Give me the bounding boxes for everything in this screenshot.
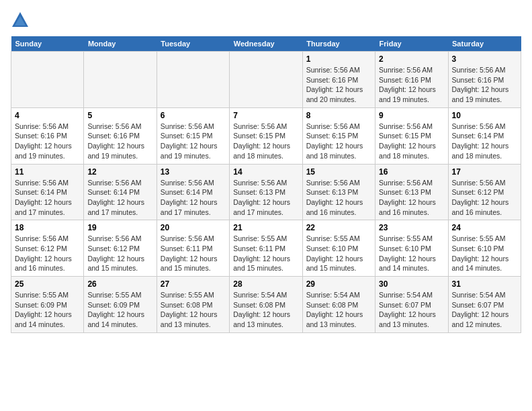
day-number: 3	[452, 54, 517, 64]
day-number: 18	[15, 223, 80, 232]
calendar-week: 25Sunrise: 5:55 AM Sunset: 6:09 PM Dayli…	[11, 277, 521, 333]
calendar-cell: 10Sunrise: 5:56 AM Sunset: 6:14 PM Dayli…	[448, 107, 521, 164]
weekday-header-cell: Wednesday	[230, 36, 302, 52]
day-info: Sunrise: 5:56 AM Sunset: 6:14 PM Dayligh…	[161, 178, 226, 218]
day-info: Sunrise: 5:56 AM Sunset: 6:13 PM Dayligh…	[379, 178, 444, 218]
day-number: 24	[452, 223, 517, 232]
day-number: 4	[15, 111, 80, 120]
day-number: 28	[233, 279, 298, 289]
day-number: 7	[233, 111, 298, 120]
day-number: 6	[161, 111, 226, 120]
day-info: Sunrise: 5:56 AM Sunset: 6:15 PM Dayligh…	[233, 122, 298, 161]
day-info: Sunrise: 5:55 AM Sunset: 6:10 PM Dayligh…	[379, 234, 444, 273]
calendar-cell: 8Sunrise: 5:56 AM Sunset: 6:15 PM Daylig…	[302, 107, 375, 164]
day-info: Sunrise: 5:56 AM Sunset: 6:16 PM Dayligh…	[87, 122, 152, 161]
day-number: 1	[306, 54, 371, 64]
day-number: 15	[306, 167, 371, 177]
day-number: 5	[87, 111, 152, 120]
weekday-header-cell: Monday	[84, 36, 157, 52]
day-info: Sunrise: 5:55 AM Sunset: 6:10 PM Dayligh…	[306, 234, 371, 273]
calendar-week: 11Sunrise: 5:56 AM Sunset: 6:14 PM Dayli…	[11, 164, 521, 220]
logo	[11, 11, 32, 30]
calendar-cell	[230, 52, 302, 108]
calendar-cell: 14Sunrise: 5:56 AM Sunset: 6:13 PM Dayli…	[230, 164, 302, 220]
calendar-cell: 25Sunrise: 5:55 AM Sunset: 6:09 PM Dayli…	[11, 277, 84, 333]
day-info: Sunrise: 5:56 AM Sunset: 6:15 PM Dayligh…	[379, 122, 444, 161]
day-info: Sunrise: 5:56 AM Sunset: 6:16 PM Dayligh…	[452, 65, 517, 105]
day-info: Sunrise: 5:56 AM Sunset: 6:15 PM Dayligh…	[306, 122, 371, 161]
day-number: 29	[306, 279, 371, 289]
calendar-cell: 12Sunrise: 5:56 AM Sunset: 6:14 PM Dayli…	[84, 164, 157, 220]
calendar-cell: 15Sunrise: 5:56 AM Sunset: 6:13 PM Dayli…	[302, 164, 375, 220]
day-number: 8	[306, 111, 371, 120]
day-info: Sunrise: 5:56 AM Sunset: 6:11 PM Dayligh…	[161, 234, 226, 273]
day-info: Sunrise: 5:55 AM Sunset: 6:11 PM Dayligh…	[233, 234, 298, 273]
day-number: 14	[233, 167, 298, 177]
calendar-cell: 21Sunrise: 5:55 AM Sunset: 6:11 PM Dayli…	[230, 220, 302, 277]
day-number: 10	[452, 111, 517, 120]
day-info: Sunrise: 5:56 AM Sunset: 6:16 PM Dayligh…	[306, 65, 371, 105]
weekday-header-cell: Friday	[375, 36, 448, 52]
calendar-cell	[11, 52, 84, 108]
day-info: Sunrise: 5:56 AM Sunset: 6:16 PM Dayligh…	[15, 122, 80, 161]
calendar-cell: 5Sunrise: 5:56 AM Sunset: 6:16 PM Daylig…	[84, 107, 157, 164]
calendar-cell: 30Sunrise: 5:54 AM Sunset: 6:07 PM Dayli…	[375, 277, 448, 333]
day-number: 22	[306, 223, 371, 232]
day-info: Sunrise: 5:56 AM Sunset: 6:14 PM Dayligh…	[452, 122, 517, 161]
calendar-table: SundayMondayTuesdayWednesdayThursdayFrid…	[11, 36, 521, 333]
calendar-body: 1Sunrise: 5:56 AM Sunset: 6:16 PM Daylig…	[11, 52, 521, 333]
day-info: Sunrise: 5:56 AM Sunset: 6:14 PM Dayligh…	[15, 178, 80, 218]
calendar-cell: 29Sunrise: 5:54 AM Sunset: 6:08 PM Dayli…	[302, 277, 375, 333]
day-info: Sunrise: 5:55 AM Sunset: 6:08 PM Dayligh…	[161, 290, 226, 330]
day-number: 13	[161, 167, 226, 177]
day-info: Sunrise: 5:56 AM Sunset: 6:14 PM Dayligh…	[87, 178, 152, 218]
calendar-cell: 19Sunrise: 5:56 AM Sunset: 6:12 PM Dayli…	[84, 220, 157, 277]
day-info: Sunrise: 5:56 AM Sunset: 6:12 PM Dayligh…	[452, 178, 517, 218]
day-number: 20	[161, 223, 226, 232]
calendar-cell: 22Sunrise: 5:55 AM Sunset: 6:10 PM Dayli…	[302, 220, 375, 277]
day-number: 21	[233, 223, 298, 232]
calendar-cell: 3Sunrise: 5:56 AM Sunset: 6:16 PM Daylig…	[448, 52, 521, 108]
page-header	[11, 11, 521, 30]
calendar-cell: 1Sunrise: 5:56 AM Sunset: 6:16 PM Daylig…	[302, 52, 375, 108]
day-info: Sunrise: 5:54 AM Sunset: 6:07 PM Dayligh…	[379, 290, 444, 330]
day-info: Sunrise: 5:54 AM Sunset: 6:08 PM Dayligh…	[306, 290, 371, 330]
day-info: Sunrise: 5:56 AM Sunset: 6:16 PM Dayligh…	[379, 65, 444, 105]
day-info: Sunrise: 5:55 AM Sunset: 6:09 PM Dayligh…	[15, 290, 80, 330]
calendar-cell: 31Sunrise: 5:54 AM Sunset: 6:07 PM Dayli…	[448, 277, 521, 333]
day-number: 2	[379, 54, 444, 64]
day-number: 16	[379, 167, 444, 177]
day-info: Sunrise: 5:54 AM Sunset: 6:07 PM Dayligh…	[452, 290, 517, 330]
day-info: Sunrise: 5:56 AM Sunset: 6:13 PM Dayligh…	[306, 178, 371, 218]
calendar-cell: 26Sunrise: 5:55 AM Sunset: 6:09 PM Dayli…	[84, 277, 157, 333]
day-info: Sunrise: 5:55 AM Sunset: 6:10 PM Dayligh…	[452, 234, 517, 273]
day-number: 12	[87, 167, 152, 177]
weekday-header-cell: Thursday	[302, 36, 375, 52]
weekday-header-cell: Tuesday	[157, 36, 229, 52]
weekday-header: SundayMondayTuesdayWednesdayThursdayFrid…	[11, 36, 521, 52]
calendar-cell: 20Sunrise: 5:56 AM Sunset: 6:11 PM Dayli…	[157, 220, 229, 277]
calendar-week: 1Sunrise: 5:56 AM Sunset: 6:16 PM Daylig…	[11, 52, 521, 108]
calendar-cell: 16Sunrise: 5:56 AM Sunset: 6:13 PM Dayli…	[375, 164, 448, 220]
day-info: Sunrise: 5:56 AM Sunset: 6:15 PM Dayligh…	[161, 122, 226, 161]
day-number: 11	[15, 167, 80, 177]
day-number: 9	[379, 111, 444, 120]
day-info: Sunrise: 5:56 AM Sunset: 6:13 PM Dayligh…	[233, 178, 298, 218]
calendar-cell: 6Sunrise: 5:56 AM Sunset: 6:15 PM Daylig…	[157, 107, 229, 164]
calendar-cell	[84, 52, 157, 108]
calendar-cell: 11Sunrise: 5:56 AM Sunset: 6:14 PM Dayli…	[11, 164, 84, 220]
day-info: Sunrise: 5:56 AM Sunset: 6:12 PM Dayligh…	[87, 234, 152, 273]
day-info: Sunrise: 5:56 AM Sunset: 6:12 PM Dayligh…	[15, 234, 80, 273]
day-info: Sunrise: 5:55 AM Sunset: 6:09 PM Dayligh…	[87, 290, 152, 330]
day-number: 31	[452, 279, 517, 289]
day-info: Sunrise: 5:54 AM Sunset: 6:08 PM Dayligh…	[233, 290, 298, 330]
calendar-week: 18Sunrise: 5:56 AM Sunset: 6:12 PM Dayli…	[11, 220, 521, 277]
calendar-cell: 9Sunrise: 5:56 AM Sunset: 6:15 PM Daylig…	[375, 107, 448, 164]
day-number: 26	[87, 279, 152, 289]
calendar-cell: 27Sunrise: 5:55 AM Sunset: 6:08 PM Dayli…	[157, 277, 229, 333]
calendar-cell	[157, 52, 229, 108]
day-number: 27	[161, 279, 226, 289]
logo-icon	[11, 11, 30, 30]
day-number: 23	[379, 223, 444, 232]
day-number: 19	[87, 223, 152, 232]
